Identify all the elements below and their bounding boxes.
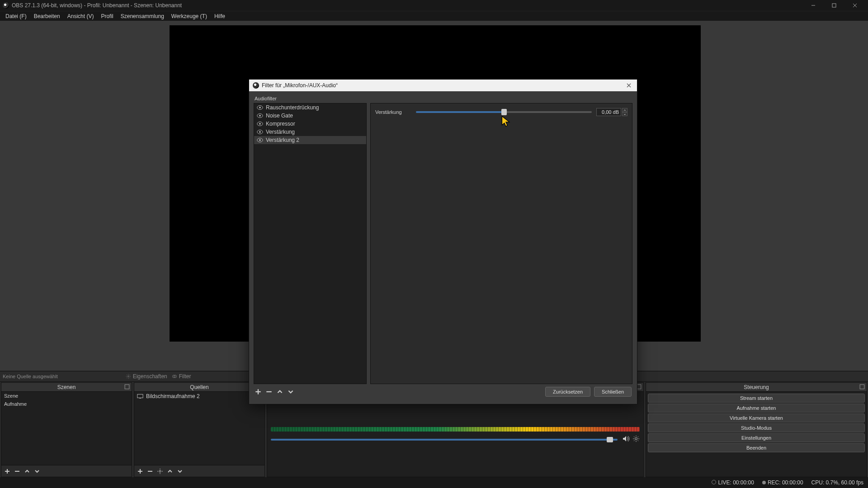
obs-logo-icon [253,82,259,89]
minimize-button[interactable] [803,0,824,11]
menu-help[interactable]: Hilfe [211,12,229,20]
menu-tools[interactable]: Werkzeuge (T) [168,12,211,20]
display-icon [137,394,143,399]
filter-label: Verstärkung [266,129,295,135]
dock-sources-title: Quellen [190,384,208,390]
svg-point-29 [259,123,261,125]
status-cpu: CPU: 0.7%, 60.00 fps [811,479,863,486]
filters-dialog: Filter für „Mikrofon-/AUX-Audio“ Audiofi… [249,79,637,404]
filter-item[interactable]: Verstärkung [254,128,366,136]
sources-list[interactable]: Bildschirmaufnahme 2 [134,392,264,465]
chevron-down-icon [623,113,626,116]
remove-filter-icon[interactable] [265,388,273,395]
menu-profile[interactable]: Profil [97,12,117,20]
gain-value-input[interactable] [596,108,621,116]
virtual-camera-button[interactable]: Virtuelle Kamera starten [648,413,865,422]
dialog-close-button[interactable] [624,81,633,90]
close-icon [627,83,631,88]
mixer-body [267,392,643,477]
chevron-up-icon [623,109,626,112]
slider-handle[interactable] [501,109,507,115]
menu-scene-collection[interactable]: Szenensammlung [117,12,168,20]
spin-up-button[interactable] [622,108,627,112]
filter-button[interactable]: Filter [172,373,191,380]
filter-label: Kompressor [266,121,295,127]
menu-file[interactable]: Datei (F) [2,12,30,20]
settings-button[interactable]: Einstellungen [648,433,865,442]
titlebar: OBS 27.1.3 (64-bit, windows) - Profil: U… [0,0,868,11]
gear-icon[interactable] [632,435,640,442]
add-filter-icon[interactable] [255,388,262,395]
move-down-icon[interactable] [177,468,183,474]
eye-icon[interactable] [257,121,263,127]
move-down-icon[interactable] [287,388,294,395]
add-icon[interactable] [4,468,10,474]
volume-slider[interactable] [271,439,618,441]
start-record-button[interactable]: Aufnahme starten [648,404,865,413]
scene-item[interactable]: Szene [1,392,132,400]
sources-footer [134,465,264,477]
controls-body: Stream starten Aufnahme starten Virtuell… [646,392,867,477]
exit-button[interactable]: Beenden [648,443,865,452]
eye-icon[interactable] [257,104,263,111]
move-up-icon[interactable] [24,468,30,474]
svg-rect-1 [832,4,836,7]
statusbar: LIVE: 00:00:00 REC: 00:00:00 CPU: 0.7%, … [0,477,868,488]
eye-icon[interactable] [257,113,263,119]
filter-label: Noise Gate [266,113,293,119]
eye-icon[interactable] [257,137,263,143]
gear-icon[interactable] [157,468,163,474]
source-item[interactable]: Bildschirmaufnahme 2 [134,392,264,401]
scene-item[interactable]: Aufnahme [1,400,132,408]
move-up-icon[interactable] [167,468,173,474]
close-window-button[interactable] [844,0,865,11]
dock-controls: Steuerung Stream starten Aufnahme starte… [646,382,867,477]
dock-sources: Quellen Bildschirmaufnahme 2 [134,382,265,477]
eye-icon[interactable] [257,129,263,135]
popout-icon[interactable] [859,384,865,389]
svg-point-4 [127,376,129,377]
remove-icon[interactable] [14,468,20,474]
dock-sources-header[interactable]: Quellen [134,383,264,392]
obs-logo-icon [3,2,9,9]
move-down-icon[interactable] [34,468,40,474]
filter-item[interactable]: Rauschunterdrückung [254,103,366,112]
close-dialog-button[interactable]: Schließen [594,387,632,397]
svg-rect-7 [125,385,129,389]
spin-down-button[interactable] [622,112,627,116]
speaker-icon[interactable] [622,435,629,442]
svg-point-25 [259,107,261,108]
status-live: LIVE: 00:00:00 [712,479,754,486]
filter-list[interactable]: Rauschunterdrückung Noise Gate Kompresso… [254,103,367,384]
svg-point-27 [259,115,261,117]
start-stream-button[interactable]: Stream starten [648,394,865,403]
dock-scenes: Szenen Szene Aufnahme [1,382,132,477]
properties-label: Eigenschaften [133,373,167,380]
dock-controls-title: Steuerung [744,384,769,390]
dialog-title: Filter für „Mikrofon-/AUX-Audio“ [262,82,338,89]
maximize-button[interactable] [824,0,844,11]
scenes-list[interactable]: Szene Aufnahme [1,392,132,465]
properties-button[interactable]: Eigenschaften [126,373,167,380]
dialog-titlebar[interactable]: Filter für „Mikrofon-/AUX-Audio“ [249,80,637,91]
move-up-icon[interactable] [276,388,283,395]
gear-icon [126,374,131,379]
scenes-footer [1,465,132,477]
filter-label: Rauschunterdrückung [266,104,319,111]
menu-view[interactable]: Ansicht (V) [64,12,98,20]
dock-scenes-title: Szenen [57,384,76,390]
remove-icon[interactable] [147,468,153,474]
filter-item[interactable]: Kompressor [254,120,366,128]
dock-scenes-header[interactable]: Szenen [1,383,132,392]
menu-edit[interactable]: Bearbeiten [30,12,64,20]
gain-slider[interactable] [416,111,592,113]
popout-icon[interactable] [124,384,130,389]
reset-button[interactable]: Zurücksetzen [545,387,590,397]
dock-controls-header[interactable]: Steuerung [646,383,867,392]
studio-mode-button[interactable]: Studio-Modus [648,423,865,432]
svg-point-17 [159,470,161,472]
svg-point-31 [259,131,261,133]
filter-item-selected[interactable]: Verstärkung 2 [254,136,366,144]
filter-item[interactable]: Noise Gate [254,112,366,120]
add-icon[interactable] [137,468,143,474]
